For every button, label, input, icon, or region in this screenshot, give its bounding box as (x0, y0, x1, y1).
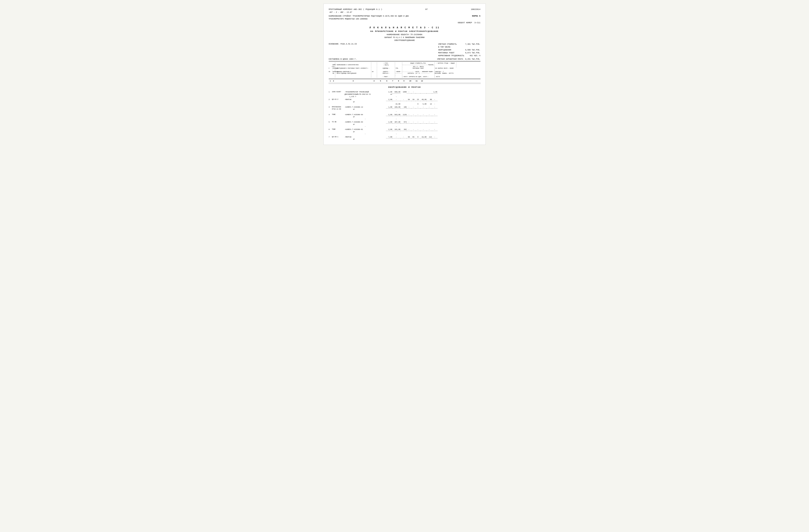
smeta-subtitle: НА ПРИОБРЕТЕНИЕ И МОНТАЖ ЭЛЕКТРООБОРУДОВ… (329, 30, 480, 33)
r7-num: 7 (329, 136, 332, 138)
r1-total: 1980 (400, 91, 407, 93)
r7-total: - (400, 136, 407, 138)
table-row: 4 ТОЖЕ -КАМЕРА Т.КСО386-04 2,00 563,00 1… (329, 113, 480, 116)
sostavlena-row: СОСТАВЛЕНА В ЦЕНАХ 1984 Г. СМЕТНАЯ ЗАРАБ… (329, 58, 480, 60)
naim-obj-block: НАИМЕНОВАНИЕ ОБЪЕКТА= ТП-2Х250КВА (329, 34, 480, 36)
doc-num: 10022014 (471, 8, 480, 11)
th-c4-r3 (371, 68, 377, 71)
th-c3-r3: : ОБОРУДОВАНИЯ И МОНТАЖНЫХ РАБОТ;:КОЛИЧЕ… (335, 68, 371, 71)
smetnaya-zarplata-value: 0,291 ТЫС.РУБ. (465, 58, 480, 60)
col-numbers-row: 1 2 3 4 5 6 7 8 9 10 11 12 (329, 79, 480, 83)
r5-c11: - (432, 121, 437, 123)
r5-name: -КАМЕРА Т.КСО386-03 (345, 121, 386, 123)
r4-qty: 2,00 (386, 114, 392, 116)
smetnaya-zarplata-row: СМЕТНАЯ ЗАРАБОТНАЯ ПЛАТА 0,291 ТЫС.РУБ. (437, 58, 480, 60)
r5-c7: - (411, 121, 416, 123)
r7-c11: - (432, 136, 437, 138)
r4-total: 1126 (400, 114, 407, 116)
r2-c8b: 9 (416, 103, 420, 105)
r6-total: 362 (400, 128, 407, 131)
th-c7-r4: :------------: : ЭКСПЛ. : ЖИВАНИЕМ МАШИН… (402, 71, 435, 73)
r4-c9: - (420, 114, 427, 116)
page-num: 97 (425, 8, 428, 11)
th-row-6: : РАБОТ : : ВСЕГО :ЗАРПЛАТЫ:НА ЕДИН.: ВС… (329, 76, 480, 78)
th-row-3: V :ПОЗИЦИИ : : ОБОРУДОВАНИЯ И МОНТАЖНЫХ … (329, 68, 480, 71)
r7-c10: 112 (427, 136, 432, 138)
th-c8-r4: :ОБОРУДО-: Т (435, 71, 456, 73)
r6-name: -КАМЕРА Т.КСО386-01 (345, 128, 386, 131)
th-c2-r2: :ШИФР И №: (332, 64, 335, 68)
r3-c8: - (416, 106, 420, 108)
th-c5-r3: :ЕДИНИЦЫ : (377, 68, 395, 71)
r1-c8 (416, 91, 420, 93)
r7-name: -МОНТАЖ (345, 136, 386, 138)
col-num-5: 5 (377, 80, 384, 82)
table-row-sub: ШТ (329, 138, 480, 140)
r3-code: ПРОТОКОЛ46 (332, 106, 345, 108)
r3-price: 186,00 (392, 106, 400, 108)
r3-name: -КАМЕРА Т.КСО386-14 (345, 106, 386, 108)
table-row-sub: ОТ10.12.86 ШТ (329, 108, 480, 110)
r1-c9 (420, 91, 427, 93)
r2-unit: ШТ (345, 101, 386, 103)
table-row-extra: - - (329, 133, 480, 135)
table-row-sub2: 1,475 Т - (329, 96, 480, 98)
r2-num: 2 (329, 99, 332, 101)
smetnaya-stoimost-value: 7,381 ТЫС.РУБ. (465, 43, 480, 46)
r1-c7: - (411, 91, 416, 93)
th-c4-r6 (371, 76, 377, 78)
r2-price2: 42,00 (392, 103, 400, 105)
r2-c10b: 12 (427, 103, 432, 105)
r1-name2: ДВУХОБМОТОЧНЫЙ=ТМ-250/10 У1 (345, 93, 386, 96)
th-row-5: ВА : МАССА ЕДИНИЦЫ ОБОРУДОВАНИЯ :МОНТА>Н… (329, 73, 480, 76)
r7-c8: 9 (416, 136, 420, 138)
col-num-3: 3 (335, 80, 371, 82)
r1-unit: ШТ (386, 93, 392, 96)
th-c8-r3: :НЕ ЗАНЯТЫХ ОБСЛУ-: ВАНИЯ (435, 68, 456, 71)
table-row-sub: ШТ (329, 131, 480, 133)
th-c7-r1: ОБЩАЯ СТОИМОСТЬ,РУБ. (402, 62, 435, 64)
smetnaya-zarplata-label: СМЕТНАЯ ЗАРАБОТНАЯ ПЛАТА (437, 58, 463, 60)
r2-c9b: 5,80 (420, 103, 427, 105)
r1-c11: 2,95 (432, 91, 437, 93)
normativnaya-value: 462 ЧЕЛ.-Ч (469, 54, 480, 57)
divider-1 (329, 61, 480, 61)
col-num-8: 8 (396, 80, 401, 82)
th-c2-r6 (332, 76, 335, 78)
header-top: ПРОГРАММНЫЙ КОМПЛЕКС АВС-ЗЕС ( РЕДАКЦИЯ … (329, 8, 480, 11)
table-row: 3 ПРОТОКОЛ46 -КАМЕРА Т.КСО386-14 1,00 18… (329, 105, 480, 108)
col-num-2: 2 (332, 80, 335, 82)
th-c4-r2 (371, 64, 377, 68)
th-c5-r2: : МОСТЬ (377, 64, 395, 68)
r6-c8: - (416, 128, 420, 131)
r6-num: 6 (329, 128, 332, 131)
table-row-sub: ШТ (329, 116, 480, 118)
r5-qty: 2,00 (386, 121, 392, 123)
v-tom-chisle-label: В ТОМ ЧИСЛЕ: (438, 46, 451, 49)
object-value: З-С11 (474, 22, 480, 24)
r4-c8: - (416, 114, 420, 116)
r5-price: 487,00 (392, 121, 400, 123)
smetnaya-stoimost-label: СМЕТНАЯ СТОИМОСТЬ (438, 43, 457, 46)
col-num-11: 11 (414, 80, 419, 82)
r1-num: 1 (329, 91, 332, 93)
r1-name3: 1,475 Т (345, 96, 386, 98)
r3-c10: - (427, 106, 432, 108)
th-c6-r4: : ВАНИЯ : (395, 71, 402, 73)
th-c3-r5: : МАССА ЕДИНИЦЫ ОБОРУДОВАНИЯ (335, 73, 371, 76)
r2-c7: 39 (411, 99, 416, 101)
table-header: : СТОУ- ОБЩАЯ СТОИМОСТЬ,РУБ. : ЗАТРАТЫ Т… (329, 62, 480, 78)
th-c6-r3: РУБ. (395, 68, 402, 71)
divider-3 (329, 84, 480, 84)
r2-c11: - (432, 99, 437, 101)
header-row2: НАИМЕНОВАНИЕ СТРОЙКИ= ТРАНСФОРМАТОРНЫЕ П… (329, 15, 480, 20)
naim-obj-val1: ТП-2Х250КВА (411, 34, 423, 36)
th-row-4: ПП :НОРМАТИ-: : ЕДИНИЦА ИЗМЕРЕНИЯ И 80 :… (329, 71, 480, 73)
r4-c6: - (407, 114, 411, 116)
r7-qty: 7,00 (386, 136, 392, 138)
table-row: 5 ТО ЖЕ -КАМЕРА Т.КСО386-03 2,00 487,00 … (329, 120, 480, 123)
table-row-sub4: - (329, 110, 480, 113)
r2-qty: 2,00 (386, 99, 392, 101)
r6-qty: 2,00 (386, 128, 392, 131)
page: ПРОГРАММНЫЙ КОМПЛЕКС АВС-ЗЕС ( РЕДАКЦИЯ … (324, 4, 486, 145)
